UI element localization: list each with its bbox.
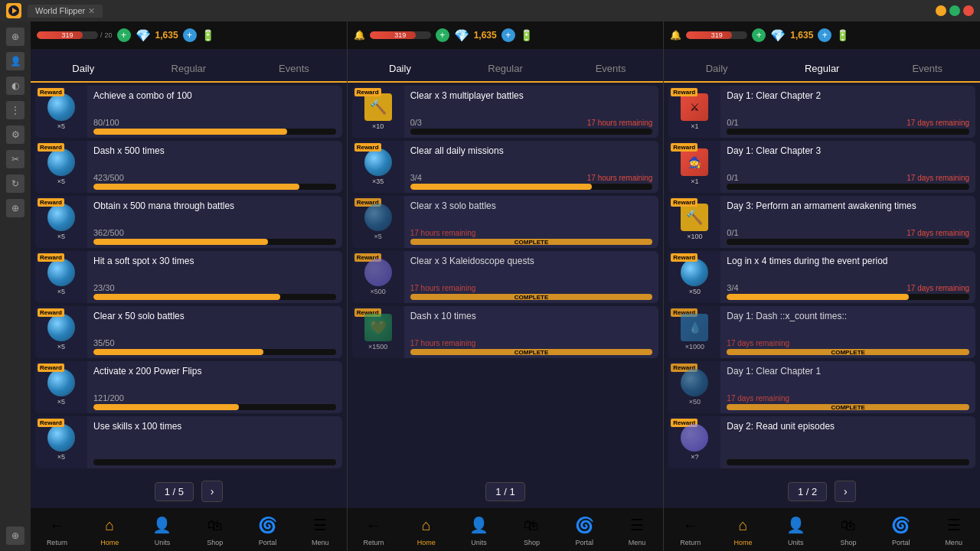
nav-home-right[interactable]: ⌂ Home [717,513,769,546]
sidebar-icon-4[interactable]: ⋮ [6,101,24,119]
sidebar-icon-2[interactable]: 👤 [6,52,24,70]
sidebar-icon-3[interactable]: ◐ [6,77,24,95]
nav-return-right[interactable]: ← Return [664,513,717,546]
sidebar-icon-6[interactable]: ✂ [6,150,24,168]
progress-bar-fill [93,129,287,135]
sidebar-icon-5[interactable]: ⚙ [6,126,24,144]
reward-label: Reward [38,308,64,317]
reward-label: Reward [38,253,64,262]
nav-menu-mid[interactable]: ☰ Menu [611,513,664,546]
pagination-left: 1 / 5 › [31,474,347,508]
browser-tab[interactable]: World Flipper ✕ [28,5,103,18]
bell-icon-right: 🔔 [670,30,681,41]
minimize-btn[interactable] [936,5,946,16]
progress-bar-fill [93,404,239,410]
tab-regular-left[interactable]: Regular [136,55,242,83]
close-btn[interactable] [963,5,974,16]
shop-label-mid: Shop [524,539,540,546]
progress-bar-bg [727,184,969,190]
quest-info: Clear x 3 solo battles 17 hours remainin… [404,196,659,248]
shop-icon-right: 🛍 [836,513,861,537]
progress-bar-bg [93,459,336,465]
home-label-right: Home [734,539,753,546]
tab-daily-right[interactable]: Daily [664,55,769,83]
return-icon-right: ← [678,513,703,537]
quest-timer: 17 hours remaining [587,174,653,182]
add-gem-btn-left[interactable]: + [183,28,197,42]
nav-units-left[interactable]: 👤 Units [136,513,189,546]
reward-count: ×1 [691,178,698,185]
quest-reward: Reward ×35 [352,141,404,193]
quest-title: Day 1: Clear Chapter 1 [727,366,969,378]
nav-return-mid[interactable]: ← Return [348,513,400,546]
quest-title: Day 1: Clear Chapter 3 [727,145,969,158]
shop-icon-mid: 🛍 [519,513,544,537]
tab-close-btn[interactable]: ✕ [88,6,95,16]
tab-events-left[interactable]: Events [241,55,347,83]
reward-label: Reward [671,143,697,152]
maximize-btn[interactable] [949,5,960,16]
quest-progress-row: 0/1 17 days remaining [727,228,969,237]
quest-info: Obtain x 500 mana through battles 362/50… [87,196,342,248]
quest-reward: Reward ×50 [668,251,720,303]
add-gem-btn-mid[interactable]: + [501,28,515,42]
nav-shop-right[interactable]: 🛍 Shop [822,513,875,546]
quest-progress-text: 80/100 [93,118,119,127]
quest-timer: 17 days remaining [906,284,969,292]
quest-title: Hit a soft spot x 30 times [93,256,336,268]
add-hp-btn-left[interactable]: + [117,28,131,42]
quest-progress-row: 17 hours remaining [410,284,653,292]
nav-shop-mid[interactable]: 🛍 Shop [505,513,558,546]
add-gem-btn-right[interactable]: + [818,28,831,42]
nav-units-right[interactable]: 👤 Units [769,513,822,546]
next-page-btn-left[interactable]: › [201,481,223,502]
quest-reward: Reward ×5 [35,251,87,303]
nav-shop-left[interactable]: 🛍 Shop [188,513,241,546]
sidebar-icon-7[interactable]: ↻ [6,174,24,193]
quest-title: Clear x 3 solo battles [410,201,653,213]
quest-timer: 17 days remaining [906,119,969,127]
quest-progress-text: 0/1 [727,228,738,237]
quest-reward: Reward ×500 [352,251,404,303]
tab-events-mid[interactable]: Events [558,55,664,83]
add-hp-btn-mid[interactable]: + [436,28,449,42]
nav-home-left[interactable]: ⌂ Home [83,513,136,546]
quest-list-mid: Reward 🔨 ×10 Clear x 3 multiplayer battl… [348,83,664,474]
next-page-btn-right[interactable]: › [835,481,856,502]
quest-reward: Reward 🔨 ×100 [668,196,720,248]
reward-icon-gem: 💚 [364,314,392,341]
quest-item: Reward ×5 Activate x 200 Power Flips 121… [35,361,342,413]
add-hp-btn-right[interactable]: + [752,28,766,42]
nav-portal-mid[interactable]: 🌀 Portal [558,513,611,546]
status-bar-mid: 🔔 319 + 💎 1,635 + 🔋 [348,21,664,49]
nav-portal-left[interactable]: 🌀 Portal [241,513,294,546]
reward-icon-orb [47,314,75,341]
tab-regular-right[interactable]: Regular [769,55,875,83]
nav-home-mid[interactable]: ⌂ Home [400,513,452,546]
hp-text-left: 319 [37,31,98,39]
hp-bar-left: 319 / 20 [37,31,113,39]
tab-regular-mid[interactable]: Regular [452,55,558,83]
sidebar-icon-1[interactable]: ⊕ [6,28,24,46]
home-icon-mid: ⌂ [414,513,439,537]
complete-text: COMPLETE [831,349,864,356]
menu-label-mid: Menu [629,539,646,546]
quest-title: Achieve a combo of 100 [93,90,336,103]
tab-daily-mid[interactable]: Daily [348,55,453,83]
reward-label: Reward [38,143,64,152]
nav-portal-right[interactable]: 🌀 Portal [874,513,927,546]
sidebar-icon-bottom[interactable]: ⊕ [6,527,24,545]
nav-menu-left[interactable]: ☰ Menu [294,513,347,546]
nav-menu-right[interactable]: ☰ Menu [927,513,980,546]
quest-reward: Reward 🧙 ×1 [668,141,720,193]
quest-progress-row: 423/500 [93,173,336,182]
tab-events-right[interactable]: Events [874,55,980,83]
reward-icon-orb [47,424,75,452]
sidebar-icon-8[interactable]: ⊕ [6,199,24,217]
tab-daily-left[interactable]: Daily [31,55,136,83]
nav-units-mid[interactable]: 👤 Units [452,513,505,546]
nav-return-left[interactable]: ← Return [31,513,83,546]
quest-item-completed: Reward 💚 ×1500 Dash x 10 times 17 hours … [352,306,659,358]
quest-reward: Reward ×5 [35,196,87,248]
quest-title: Activate x 200 Power Flips [93,366,336,378]
